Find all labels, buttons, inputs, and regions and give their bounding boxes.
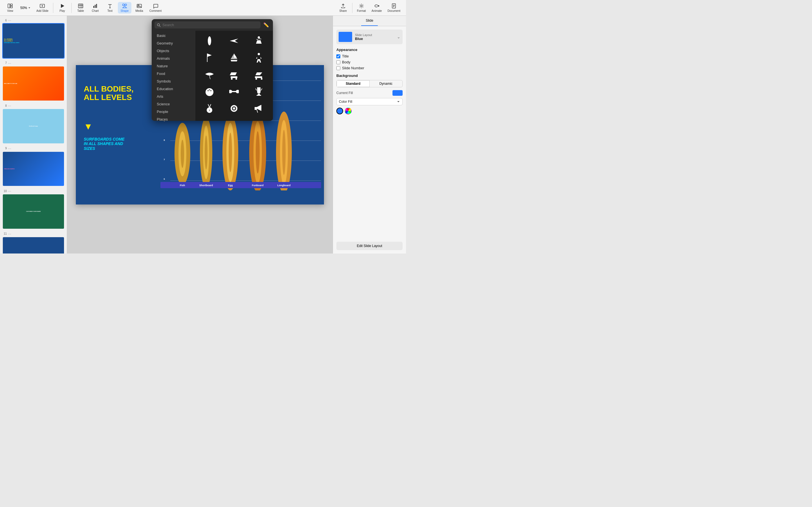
appearance-section: Appearance Title Body Slide Number (336, 48, 403, 70)
svg-rect-71 (257, 95, 261, 96)
category-places[interactable]: Places (153, 115, 194, 121)
svg-text:1: 1 (209, 109, 210, 112)
slide-thumbnail-11[interactable]: 11 ··· CUSTOMIZE YOUR BOARD (2, 231, 64, 253)
tab-slide[interactable]: Slide (361, 16, 378, 26)
share-button[interactable]: Share (336, 2, 350, 13)
category-education[interactable]: Education (153, 85, 194, 93)
layout-chevron-icon[interactable]: ⌄ (397, 35, 400, 39)
category-science[interactable]: Science (153, 100, 194, 108)
zoom-button[interactable]: 50% (18, 5, 33, 11)
title-checkbox[interactable] (336, 54, 340, 58)
dynamic-button[interactable]: Dynamic (370, 80, 403, 87)
shape-item-megaphone[interactable] (247, 101, 271, 116)
surfboards-svg: Fish Shortboard Egg Funboard Longboard (160, 112, 321, 190)
play-button[interactable]: Play (56, 2, 69, 13)
media-button[interactable]: Media (133, 2, 146, 13)
svg-point-33 (205, 135, 207, 169)
category-people[interactable]: People (153, 108, 194, 115)
shape-label: Shape (120, 9, 129, 12)
main-layout: 6 ··· ALL BODIES, ALL LEVELS SURFBOARDS … (0, 16, 406, 253)
shape-item-swimmer[interactable] (247, 33, 271, 49)
chart-button[interactable]: Chart (89, 2, 102, 13)
category-nature[interactable]: Nature (153, 62, 194, 70)
slide-layout-section[interactable]: Slide Layout Blue ⌄ (336, 30, 403, 44)
svg-point-63 (209, 89, 210, 91)
svg-point-30 (181, 140, 184, 168)
shape-item-medal[interactable]: 1 (198, 101, 221, 116)
svg-rect-67 (232, 91, 237, 92)
shape-item-scale[interactable] (247, 117, 271, 121)
right-panel-tabs: Slide (333, 16, 406, 26)
shape-item-checkered-flag[interactable] (198, 117, 221, 121)
shape-item-weights[interactable] (222, 83, 246, 100)
text-button[interactable]: Text (103, 2, 117, 13)
category-animals[interactable]: Animals (153, 55, 194, 62)
svg-rect-11 (93, 6, 94, 8)
slide-thumbnail-7[interactable]: 7 ··· WELCOME TO OUR LAB (2, 61, 64, 101)
shape-categories-list: Basic Geometry Objects Animals Nature Fo… (152, 31, 195, 121)
shape-item-rollerskate2[interactable] (247, 67, 271, 82)
play-label: Play (59, 9, 65, 12)
standard-button[interactable]: Standard (337, 80, 370, 87)
current-fill-swatch (393, 90, 403, 96)
shape-item-flag[interactable] (198, 50, 221, 66)
toolbar: View 50% Add Slide Play Table (0, 0, 406, 16)
share-label: Share (339, 9, 347, 12)
format-label: Format (357, 9, 366, 12)
svg-rect-70 (258, 94, 260, 95)
slide-thumbnail-8[interactable]: 8 ··· Surfboard image (2, 103, 64, 144)
slide-thumbnail-10[interactable]: 10 ··· CUSTOMIZE YOUR BOARD (2, 189, 64, 229)
color-fill-select[interactable]: Color Fill (336, 98, 403, 105)
table-label: Table (77, 9, 84, 12)
edit-slide-layout-button[interactable]: Edit Slide Layout (336, 242, 403, 250)
category-symbols[interactable]: Symbols (153, 77, 194, 85)
document-button[interactable]: Document (385, 2, 403, 13)
slide-number-checkbox-row: Slide Number (336, 66, 403, 70)
slide-thumbnail-6[interactable]: 6 ··· ALL BODIES, ALL LEVELS SURFBOARDS … (2, 18, 64, 59)
add-slide-button[interactable]: Add Slide (34, 2, 51, 13)
svg-point-49 (157, 24, 160, 26)
table-button[interactable]: Table (74, 2, 87, 13)
slide-number-checkbox[interactable] (336, 66, 340, 70)
shape-item-rosette[interactable] (222, 101, 246, 116)
comment-button[interactable]: Comment (147, 2, 164, 13)
category-basic[interactable]: Basic (153, 32, 194, 40)
shape-item-surfboard[interactable] (198, 33, 221, 49)
color-swatch-blue[interactable] (336, 108, 343, 114)
shape-item-bowling[interactable] (198, 83, 221, 100)
body-checkbox-row: Body (336, 60, 403, 64)
category-arts[interactable]: Arts (153, 93, 194, 100)
slide-subtext: SURFBOARDS COMEIN ALL SHAPES ANDSIZES (84, 137, 140, 151)
slide-thumbnail-9[interactable]: 9 ··· TIMELESS SHAPES (2, 146, 64, 187)
media-label: Media (135, 9, 143, 12)
category-objects[interactable]: Objects (153, 47, 194, 55)
shape-button[interactable]: Shape (118, 2, 132, 13)
shape-item-rollerskate[interactable] (222, 67, 246, 82)
svg-rect-17 (123, 4, 124, 6)
color-swatch-picker[interactable] (345, 108, 352, 114)
shape-picker-body: Basic Geometry Objects Animals Nature Fo… (152, 31, 273, 121)
edit-icon[interactable]: ✏️ (262, 22, 270, 28)
svg-marker-6 (61, 4, 64, 8)
shape-item-stingray[interactable] (198, 67, 221, 82)
comment-label: Comment (149, 9, 161, 12)
shape-item-trophy[interactable] (247, 83, 271, 100)
animate-button[interactable]: Animate (369, 2, 384, 13)
slide-heading: ALL BODIES,ALL LEVELS (84, 85, 140, 102)
shape-item-hiker[interactable] (247, 50, 271, 66)
shape-item-stopwatch[interactable] (222, 117, 246, 121)
view-button[interactable]: View (3, 2, 17, 13)
svg-rect-55 (231, 76, 238, 78)
body-checkbox[interactable] (336, 60, 340, 64)
shape-picker-header: ✏️ (152, 19, 273, 31)
format-button[interactable]: Format (355, 2, 368, 13)
svg-point-59 (255, 78, 257, 80)
shape-item-plane[interactable] (222, 33, 246, 49)
svg-point-36 (229, 133, 232, 172)
category-geometry[interactable]: Geometry (153, 40, 194, 47)
layout-info: Slide Layout Blue (355, 33, 394, 41)
category-food[interactable]: Food (153, 70, 194, 77)
body-checkbox-label: Body (342, 60, 350, 64)
shape-item-sailboat[interactable] (222, 50, 246, 66)
shape-search-input[interactable] (154, 21, 260, 29)
